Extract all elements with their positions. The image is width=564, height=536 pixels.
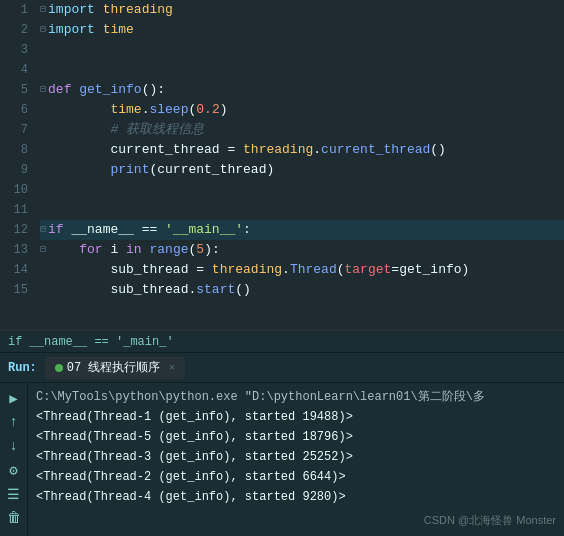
token-text-white: (	[337, 260, 345, 280]
code-line: ⊟import time	[40, 20, 564, 40]
watermark: CSDN @北海怪兽 Monster	[424, 513, 556, 528]
token-text-white: ()	[235, 280, 251, 300]
code-line: # 获取线程信息	[40, 120, 564, 140]
line-number: 6	[8, 100, 28, 120]
token-module: threading	[103, 0, 173, 20]
fold-indicator[interactable]: ⊟	[40, 240, 46, 260]
code-line: ▶⊟if __name__ == '__main__':	[40, 220, 564, 240]
code-line: current_thread = threading.current_threa…	[40, 140, 564, 160]
token-text-white: :	[243, 220, 251, 240]
code-line: ⊟ for i in range(5):	[40, 240, 564, 260]
fold-indicator[interactable]	[40, 120, 46, 140]
token-module: threading	[243, 140, 313, 160]
code-lines[interactable]: ⊟import threading⊟import time ⊟def get_i…	[36, 0, 564, 330]
token-number: 5	[196, 240, 204, 260]
line-number: 5	[8, 80, 28, 100]
fold-indicator[interactable]	[40, 180, 46, 200]
output-line: <Thread(Thread-5 (get_info), started 187…	[36, 427, 556, 447]
fold-indicator[interactable]	[40, 260, 46, 280]
token-param: target	[345, 260, 392, 280]
line-number: 12	[8, 220, 28, 240]
token-text-white: ):	[204, 240, 220, 260]
line-number: 14	[8, 260, 28, 280]
line-numbers: 123456789101112131415	[0, 0, 36, 330]
fold-indicator[interactable]: ⊟	[40, 220, 46, 240]
token-text-white: )	[220, 100, 228, 120]
token-text-white: =get_info)	[391, 260, 469, 280]
fold-indicator[interactable]: ⊟	[40, 0, 46, 20]
token-fn: sleep	[149, 100, 188, 120]
token-fn: current_thread	[321, 140, 430, 160]
clear-button[interactable]: 🗑	[5, 509, 23, 527]
line-number: 10	[8, 180, 28, 200]
panel-button[interactable]: ☰	[5, 485, 23, 503]
token-text-white	[71, 80, 79, 100]
line-number: 4	[8, 60, 28, 80]
line-number: 3	[8, 40, 28, 60]
token-text-white: .	[282, 260, 290, 280]
token-fn: print	[110, 160, 149, 180]
fold-indicator[interactable]	[40, 280, 46, 300]
token-kw: if	[48, 220, 64, 240]
fold-indicator[interactable]	[40, 160, 46, 180]
fold-indicator[interactable]: ⊟	[40, 20, 46, 40]
close-tab-button[interactable]: ×	[168, 362, 175, 374]
fold-indicator[interactable]	[40, 100, 46, 120]
indent	[48, 160, 110, 180]
token-text-white: .	[313, 140, 321, 160]
run-panel: Run: 07 线程执行顺序 × ▶ ↑ ↓ ⚙ ☰ 🗑 C:\MyTools\…	[0, 352, 564, 536]
token-text-white: ():	[142, 80, 165, 100]
line-number: 8	[8, 140, 28, 160]
fold-indicator[interactable]	[40, 200, 46, 220]
run-tab[interactable]: 07 线程执行顺序 ×	[45, 357, 185, 379]
output-line: <Thread(Thread-1 (get_info), started 194…	[36, 407, 556, 427]
run-label: Run:	[8, 361, 37, 375]
up-button[interactable]: ↑	[5, 413, 23, 431]
run-tab-bar: Run: 07 线程执行顺序 ×	[0, 353, 564, 383]
fold-indicator[interactable]	[40, 140, 46, 160]
indent	[48, 100, 110, 120]
token-module: threading	[212, 260, 282, 280]
token-text-white	[95, 20, 103, 40]
output-line: C:\MyTools\python\python.exe "D:\pythonL…	[36, 387, 556, 407]
play-button[interactable]: ▶	[5, 389, 23, 407]
code-line: time.sleep(0.2)	[40, 100, 564, 120]
line-number: 9	[8, 160, 28, 180]
indent	[48, 120, 110, 140]
token-fn: Thread	[290, 260, 337, 280]
token-module: time	[110, 100, 141, 120]
token-text-white: current_thread =	[110, 140, 243, 160]
fold-indicator[interactable]	[40, 40, 46, 60]
run-tab-name: 07 线程执行顺序	[67, 359, 161, 376]
token-text-white	[142, 240, 150, 260]
token-text-white	[95, 0, 103, 20]
line-number: 1	[8, 0, 28, 20]
settings-button[interactable]: ⚙	[5, 461, 23, 479]
line-number: 13	[8, 240, 28, 260]
line-number: 2	[8, 20, 28, 40]
down-button[interactable]: ↓	[5, 437, 23, 455]
token-string: '__main__'	[165, 220, 243, 240]
output-line: <Thread(Thread-2 (get_info), started 664…	[36, 467, 556, 487]
code-line: sub_thread = threading.Thread(target=get…	[40, 260, 564, 280]
token-number: 0.2	[196, 100, 219, 120]
token-kw: for	[79, 240, 102, 260]
token-text-white: __name__ ==	[64, 220, 165, 240]
code-editor: 123456789101112131415 ⊟import threading⊟…	[0, 0, 564, 330]
fold-indicator[interactable]	[40, 60, 46, 80]
run-toolbar: ▶ ↑ ↓ ⚙ ☰ 🗑	[0, 383, 28, 536]
fold-indicator[interactable]: ⊟	[40, 80, 46, 100]
token-comment: # 获取线程信息	[110, 120, 204, 140]
token-fn: range	[149, 240, 188, 260]
token-text-white: (	[188, 100, 196, 120]
indent	[48, 280, 110, 300]
output-line: <Thread(Thread-4 (get_info), started 928…	[36, 487, 556, 507]
code-line: sub_thread.start()	[40, 280, 564, 300]
code-line: ⊟def get_info():	[40, 80, 564, 100]
token-kw: in	[126, 240, 142, 260]
indent	[48, 140, 110, 160]
token-text-white: sub_thread =	[110, 260, 211, 280]
token-kw-import: import	[48, 20, 95, 40]
token-text-white: i	[103, 240, 126, 260]
token-text-white: (current_thread)	[149, 160, 274, 180]
